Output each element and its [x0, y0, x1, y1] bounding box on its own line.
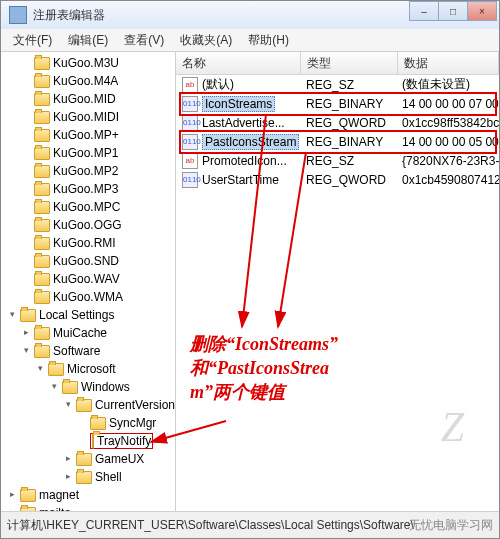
tree-label: KuGoo.MP2	[53, 164, 118, 178]
folder-icon	[34, 201, 50, 214]
expand-icon[interactable]	[21, 238, 32, 249]
menu-item[interactable]: 编辑(E)	[60, 32, 116, 49]
list-row[interactable]: abPromotedIcon...REG_SZ{7820NX76-23R3-4	[176, 151, 499, 170]
expand-icon[interactable]: ▸	[21, 328, 32, 339]
list-row[interactable]: 0110UserStartTimeREG_QWORD0x1cb459080741…	[176, 170, 499, 189]
expand-icon[interactable]	[21, 166, 32, 177]
tree-item[interactable]: ▾Windows	[1, 378, 175, 396]
expand-icon[interactable]	[21, 58, 32, 69]
expand-icon[interactable]: ▾	[21, 346, 32, 357]
tree-label: KuGoo.MP+	[53, 128, 119, 142]
tree-item[interactable]: KuGoo.M4A	[1, 72, 175, 90]
expand-icon[interactable]	[21, 220, 32, 231]
binary-icon: 0110	[182, 115, 198, 131]
maximize-button[interactable]: □	[438, 1, 468, 21]
tree-item[interactable]: KuGoo.SND	[1, 252, 175, 270]
tree-item[interactable]: KuGoo.MP+	[1, 126, 175, 144]
expand-icon[interactable]	[21, 76, 32, 87]
expand-icon[interactable]: ▸	[7, 490, 18, 501]
tree-label: GameUX	[95, 452, 144, 466]
tree-item[interactable]: KuGoo.WMA	[1, 288, 175, 306]
menu-item[interactable]: 收藏夹(A)	[172, 32, 240, 49]
list-row[interactable]: 0110IconStreamsREG_BINARY14 00 00 00 07 …	[176, 94, 499, 113]
expand-icon[interactable]	[21, 130, 32, 141]
tree-label: KuGoo.MPC	[53, 200, 120, 214]
tree-item[interactable]: TrayNotify	[1, 432, 175, 450]
tree-item[interactable]: KuGoo.M3U	[1, 54, 175, 72]
binary-icon: 0110	[182, 172, 198, 188]
tree-item[interactable]: KuGoo.WAV	[1, 270, 175, 288]
list-pane[interactable]: 名称 类型 数据 ab(默认)REG_SZ(数值未设置)0110IconStre…	[176, 52, 499, 511]
value-name: PromotedIcon...	[202, 154, 287, 168]
tree-item[interactable]: KuGoo.OGG	[1, 216, 175, 234]
tree-item[interactable]: KuGoo.RMI	[1, 234, 175, 252]
tree-item[interactable]: ▸Shell	[1, 468, 175, 486]
minimize-button[interactable]: –	[409, 1, 439, 21]
folder-icon	[34, 273, 50, 286]
tree-item[interactable]: KuGoo.MID	[1, 90, 175, 108]
tree-item[interactable]: ▸GameUX	[1, 450, 175, 468]
tree-item[interactable]: ▾Microsoft	[1, 360, 175, 378]
value-data: 14 00 00 00 05 00	[396, 135, 499, 149]
tree-label: SyncMgr	[109, 416, 156, 430]
expand-icon[interactable]	[21, 292, 32, 303]
expand-icon[interactable]	[21, 202, 32, 213]
expand-icon[interactable]	[21, 274, 32, 285]
list-row[interactable]: 0110LastAdvertise...REG_QWORD0x1cc98ff53…	[176, 113, 499, 132]
expand-icon[interactable]	[21, 184, 32, 195]
close-button[interactable]: ×	[467, 1, 497, 21]
expand-icon[interactable]	[77, 436, 88, 447]
tree-label: KuGoo.M4A	[53, 74, 118, 88]
tree-item[interactable]: ▸MuiCache	[1, 324, 175, 342]
expand-icon[interactable]	[21, 112, 32, 123]
tree-label: KuGoo.MP3	[53, 182, 118, 196]
tree-item[interactable]: ▾CurrentVersion	[1, 396, 175, 414]
folder-icon	[34, 93, 50, 106]
folder-icon	[92, 433, 94, 449]
tree-label: KuGoo.M3U	[53, 56, 119, 70]
expand-icon[interactable]: ▾	[49, 382, 60, 393]
tree-item[interactable]: KuGoo.MP2	[1, 162, 175, 180]
tree-item[interactable]: KuGoo.MPC	[1, 198, 175, 216]
value-name: PastIconsStream	[202, 134, 299, 150]
expand-icon[interactable]: ▾	[7, 310, 18, 321]
folder-icon	[76, 471, 92, 484]
value-type: REG_SZ	[300, 154, 396, 168]
menu-item[interactable]: 帮助(H)	[240, 32, 297, 49]
tree-label: KuGoo.MID	[53, 92, 116, 106]
expand-icon[interactable]: ▸	[63, 472, 74, 483]
titlebar[interactable]: 注册表编辑器 – □ ×	[1, 1, 499, 29]
tree-label: KuGoo.SND	[53, 254, 119, 268]
expand-icon[interactable]: ▸	[63, 454, 74, 465]
tree-item[interactable]: SyncMgr	[1, 414, 175, 432]
folder-icon	[34, 111, 50, 124]
col-name[interactable]: 名称	[176, 52, 301, 74]
watermark-logo: Z	[441, 403, 464, 451]
list-row[interactable]: ab(默认)REG_SZ(数值未设置)	[176, 75, 499, 94]
list-row[interactable]: 0110PastIconsStreamREG_BINARY14 00 00 00…	[176, 132, 499, 151]
tree-item[interactable]: ▸magnet	[1, 486, 175, 504]
menu-item[interactable]: 文件(F)	[5, 32, 60, 49]
folder-icon	[34, 57, 50, 70]
tree-item[interactable]: KuGoo.MP1	[1, 144, 175, 162]
tree-item[interactable]: ▾Software	[1, 342, 175, 360]
expand-icon[interactable]	[21, 256, 32, 267]
tree-item[interactable]: ▾Local Settings	[1, 306, 175, 324]
tree-label: magnet	[39, 488, 79, 502]
tree-pane[interactable]: KuGoo.M3UKuGoo.M4AKuGoo.MIDKuGoo.MIDIKuG…	[1, 52, 176, 511]
tree-item[interactable]: KuGoo.MP3	[1, 180, 175, 198]
expand-icon[interactable]	[77, 418, 88, 429]
col-type[interactable]: 类型	[301, 52, 398, 74]
expand-icon[interactable]: ▾	[63, 400, 74, 411]
tree-item[interactable]: ▸mailto	[1, 504, 175, 511]
col-data[interactable]: 数据	[398, 52, 499, 74]
expand-icon[interactable]: ▾	[35, 364, 46, 375]
expand-icon[interactable]	[21, 94, 32, 105]
folder-icon	[34, 345, 50, 358]
expand-icon[interactable]	[21, 148, 32, 159]
menu-item[interactable]: 查看(V)	[116, 32, 172, 49]
tree-label: KuGoo.MP1	[53, 146, 118, 160]
tree-label: Software	[53, 344, 100, 358]
tree-item[interactable]: KuGoo.MIDI	[1, 108, 175, 126]
value-type: REG_QWORD	[300, 173, 396, 187]
